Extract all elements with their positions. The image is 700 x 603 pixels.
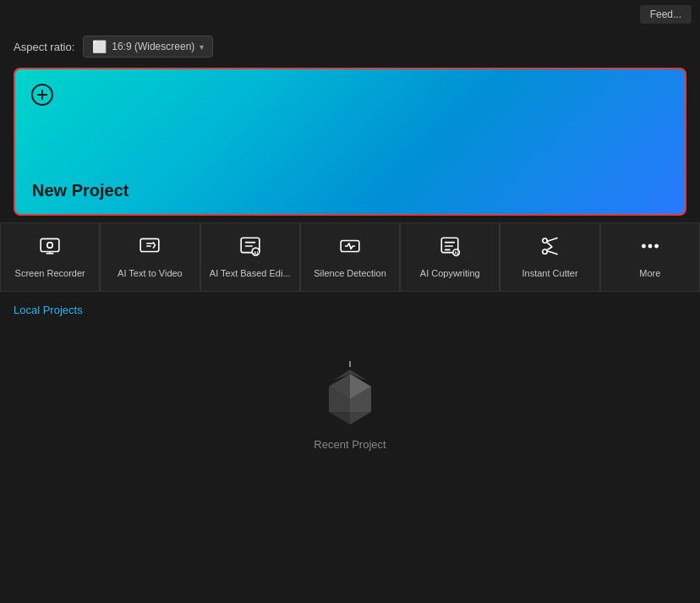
svg-line-18 [546,250,557,254]
plus-circle-icon [30,83,54,107]
svg-line-17 [546,238,557,241]
svg-point-15 [542,238,546,243]
ai-text-edit-icon: AI [239,235,261,260]
svg-text:AI: AI [454,251,459,255]
tool-ai-copywriting[interactable]: AI AI Copywriting [400,222,500,292]
empty-state: Recent Project [0,323,700,468]
tool-instant-cutter[interactable]: Instant Cutter [500,222,599,292]
local-projects-label: Local Projects [0,292,700,323]
silence-detection-label: Silence Detection [314,267,386,279]
ai-text-based-edit-label: AI Text Based Edi... [210,267,291,279]
instant-cutter-icon [539,235,561,260]
more-label: More [639,267,660,279]
svg-rect-7 [141,238,160,251]
tool-screen-recorder[interactable]: Screen Recorder [0,222,100,292]
monitor-icon: ⬜ [92,40,107,53]
tool-more[interactable]: More [600,222,700,292]
new-project-title: New Project [32,181,668,200]
silence-detection-icon [339,235,361,260]
svg-line-20 [547,247,552,249]
svg-point-16 [542,249,546,254]
tools-row: Screen Recorder AI Text to Video AI AI T… [0,222,700,292]
empty-box-icon [316,357,384,425]
aspect-ratio-select[interactable]: ⬜ 16:9 (Widescreen) ▾ [83,36,213,58]
more-icon [639,235,661,260]
ai-copywriting-icon: AI [439,235,461,260]
ai-text-to-video-label: AI Text to Video [118,267,183,279]
svg-line-19 [547,243,552,247]
ai-text-video-icon [139,235,161,260]
tool-silence-detection[interactable]: Silence Detection [300,222,400,292]
top-bar: Feed... [0,0,700,29]
tool-ai-text-based-edit[interactable]: AI AI Text Based Edi... [200,222,300,292]
screen-recorder-label: Screen Recorder [15,267,85,279]
svg-point-4 [47,243,53,249]
svg-rect-3 [41,238,59,251]
recent-project-label: Recent Project [314,438,386,451]
instant-cutter-label: Instant Cutter [522,267,578,279]
chevron-down-icon: ▾ [200,42,204,52]
new-project-card[interactable]: New Project [14,68,686,216]
aspect-ratio-value: 16:9 (Widescreen) [112,41,194,52]
tool-ai-text-to-video[interactable]: AI Text to Video [100,222,200,292]
aspect-ratio-label: Aspect ratio: [14,41,74,53]
screen-recorder-icon [39,235,61,260]
feedback-button[interactable]: Feed... [640,5,692,24]
aspect-ratio-row: Aspect ratio: ⬜ 16:9 (Widescreen) ▾ [0,29,700,64]
ai-copywriting-label: AI Copywriting [420,267,480,279]
svg-text:AI: AI [253,250,258,255]
